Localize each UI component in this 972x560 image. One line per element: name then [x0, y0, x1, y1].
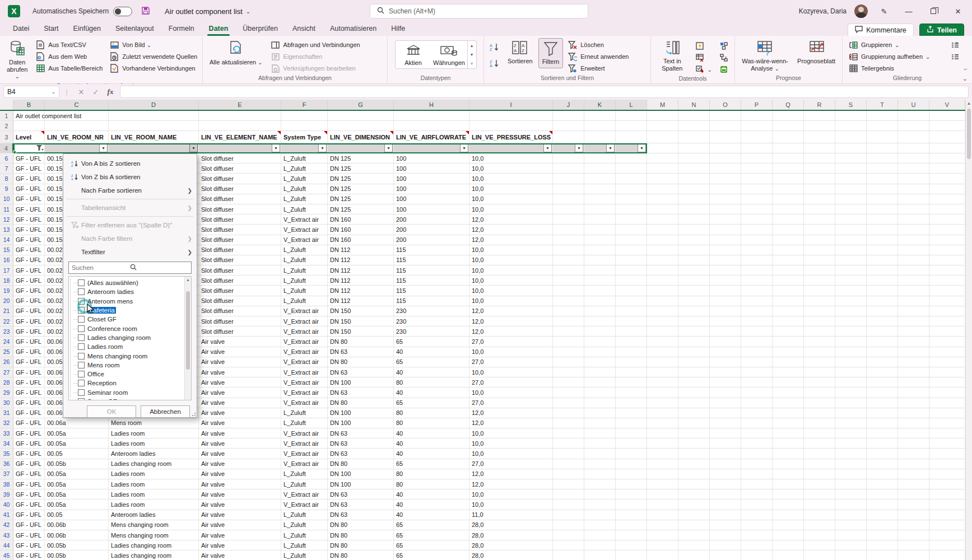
cell-E[interactable] — [199, 121, 281, 130]
column-header-Q[interactable]: Q — [773, 100, 804, 110]
cell-K12[interactable] — [584, 214, 616, 224]
cell-N20[interactable] — [678, 296, 710, 306]
column-header-F[interactable]: F — [281, 100, 328, 110]
cell-M32[interactable] — [647, 418, 678, 428]
cell-Q30[interactable] — [773, 398, 804, 408]
cell-H17[interactable]: 115 — [394, 265, 469, 275]
cell-U41[interactable] — [898, 510, 929, 520]
cell-G30[interactable]: DN 80 — [328, 398, 394, 408]
cell-E21[interactable]: Slot diffuser — [199, 306, 281, 316]
cell-G19[interactable]: DN 112 — [328, 286, 394, 295]
cell-J28[interactable] — [553, 377, 584, 387]
cell-G23[interactable]: DN 150 — [328, 326, 394, 336]
cell-N37[interactable] — [678, 469, 710, 479]
cell-F34[interactable]: V_Extract air — [281, 438, 328, 448]
cell-U35[interactable] — [898, 449, 929, 458]
cell-Q16[interactable] — [773, 255, 804, 265]
cell-K44[interactable] — [584, 540, 616, 550]
from-picture-button[interactable]: Von Bild ⌄ — [107, 39, 199, 50]
filter-item-ladies-room[interactable]: Ladies room — [72, 342, 191, 351]
cell-L40[interactable] — [616, 500, 647, 509]
cell-O10[interactable] — [710, 194, 741, 204]
cell-S25[interactable] — [835, 347, 867, 357]
cell-F[interactable] — [281, 111, 328, 120]
cell-J36[interactable] — [553, 459, 584, 469]
cell-T42[interactable] — [867, 520, 898, 530]
cell-O25[interactable] — [710, 347, 741, 357]
cell-U15[interactable] — [898, 245, 929, 255]
cell-N23[interactable] — [678, 326, 710, 336]
cell-C[interactable] — [45, 121, 109, 130]
cell-J21[interactable] — [553, 306, 584, 316]
minimize-button[interactable]: — — [900, 3, 917, 20]
cell-I6[interactable]: 10,0 — [469, 153, 553, 163]
cell-C34[interactable]: 00.05a — [45, 438, 109, 448]
cell-P20[interactable] — [741, 296, 773, 306]
cell-I21[interactable]: 12,0 — [469, 306, 553, 316]
cell-R36[interactable] — [804, 459, 835, 469]
row-header-1[interactable]: 1 — [0, 111, 13, 120]
cell-L28[interactable] — [616, 377, 647, 387]
cell-I24[interactable]: 27,0 — [469, 337, 553, 346]
cell-G24[interactable]: DN 80 — [328, 337, 394, 346]
cell-S11[interactable] — [835, 204, 867, 214]
table-header-G[interactable]: LIN_VE_DIMENSION — [328, 131, 394, 143]
cell-H13[interactable]: 200 — [394, 225, 469, 234]
row-header-13[interactable]: 13 — [0, 225, 13, 234]
cell-P29[interactable] — [741, 388, 773, 397]
cell-E40[interactable]: Air valve — [199, 500, 281, 509]
cell-T34[interactable] — [867, 438, 898, 448]
cell-D45[interactable]: Ladies changing room — [109, 550, 199, 560]
cell-U18[interactable] — [898, 276, 929, 285]
row-header-11[interactable]: 11 — [0, 204, 13, 214]
cell-V14[interactable] — [929, 235, 965, 245]
cell-E18[interactable]: Slot diffuser — [199, 276, 281, 285]
cell-H24[interactable]: 65 — [394, 337, 469, 346]
cell-U32[interactable] — [898, 418, 929, 428]
cell-V26[interactable] — [929, 357, 965, 367]
cell-F19[interactable]: L_Zuluft — [281, 286, 328, 295]
cell-H7[interactable]: 100 — [394, 164, 469, 173]
cell-J35[interactable] — [553, 449, 584, 458]
cell-F13[interactable]: V_Extract air — [281, 225, 328, 234]
cell-S26[interactable] — [835, 357, 867, 367]
cell-L11[interactable] — [616, 204, 647, 214]
cell-P28[interactable] — [741, 377, 773, 387]
cell-M15[interactable] — [647, 245, 678, 255]
cell-K[interactable]: ▾ — [584, 143, 616, 153]
row-header-33[interactable]: 33 — [0, 428, 13, 438]
cell-B31[interactable]: GF - UFL — [13, 408, 45, 418]
filter-item-ladies-changing-room[interactable]: Ladies changing room — [72, 333, 191, 342]
cell-J[interactable]: ▾ — [553, 143, 584, 153]
cell-F9[interactable]: L_Zuluft — [281, 184, 328, 194]
cell-M39[interactable] — [647, 489, 678, 499]
cell-V20[interactable] — [929, 296, 965, 306]
cell-F27[interactable]: V_Extract air — [281, 367, 328, 377]
cell-S[interactable] — [835, 143, 867, 153]
cell-H31[interactable]: 80 — [394, 408, 469, 418]
filter-dropdown-button-F[interactable]: ▾ — [318, 144, 327, 152]
cell-R43[interactable] — [804, 530, 835, 540]
cell-T37[interactable] — [867, 469, 898, 479]
cell-R16[interactable] — [804, 255, 835, 265]
row-header-37[interactable]: 37 — [0, 469, 13, 479]
cell-J[interactable] — [553, 111, 584, 120]
cell-E44[interactable]: Air valve — [199, 540, 281, 550]
from-text-csv-button[interactable]: Aus Text/CSV — [33, 39, 105, 50]
row-header-39[interactable]: 39 — [0, 489, 13, 499]
sheet-title-cell[interactable]: Air outlet component list — [13, 111, 45, 120]
cell-O9[interactable] — [710, 184, 741, 194]
column-header-H[interactable]: H — [394, 100, 469, 110]
cell-U42[interactable] — [898, 520, 929, 530]
cell-O34[interactable] — [710, 438, 741, 448]
row-header-12[interactable]: 12 — [0, 214, 13, 224]
properties-button[interactable]: Eigenschaften — [268, 51, 362, 62]
checkbox[interactable] — [78, 325, 85, 332]
cell-S18[interactable] — [835, 276, 867, 285]
cell-S7[interactable] — [835, 164, 867, 173]
cell-N43[interactable] — [678, 530, 710, 540]
flash-fill-button[interactable] — [692, 40, 714, 52]
cell-R31[interactable] — [804, 408, 835, 418]
cell-U19[interactable] — [898, 286, 929, 295]
cell-Q43[interactable] — [773, 530, 804, 540]
